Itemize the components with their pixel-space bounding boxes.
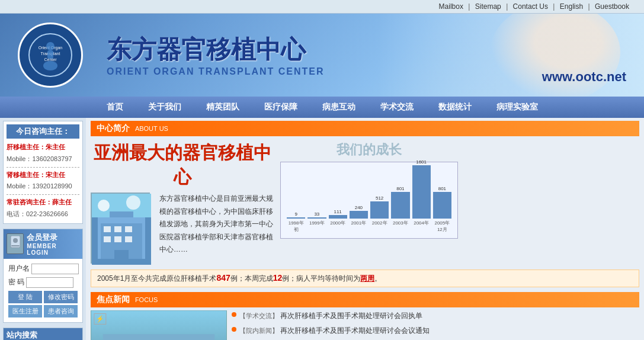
contact-link[interactable]: Contact Us [513,2,548,11]
chart-area: 我们的成长 9 33 111 240 512 801 1601 801 1998… [280,141,458,264]
nav-stats[interactable]: 数据统计 [427,98,483,116]
svg-point-10 [13,238,18,243]
regular-consultant: 常驻咨询主任：薛主任 电话：022-23626666 [7,197,79,220]
bar-year-label: 2003年 [391,220,409,233]
chart-title: 我们的成长 [280,141,458,159]
search-title: 站内搜索 [4,328,82,340]
bar-year-label: 2004年 [412,220,431,233]
username-input[interactable] [31,264,79,274]
intro-text: 东方器官移植中心是目前亚洲最大规模的器官移植中心，为中国临床肝移植发源地，其前身… [159,193,274,256]
site-url: www.ootc.net [542,69,626,85]
svg-rect-20 [125,226,132,232]
about-header: 中心简介 ABOUT US [91,121,639,136]
chart-container: 9 33 111 240 512 801 1601 801 1998年初1999… [280,162,458,239]
logo: Orient Organ Transplant Center [18,23,83,88]
svg-rect-8 [47,50,53,59]
news-bullet-icon [232,312,236,317]
modify-password-button[interactable]: 修改密码 [44,291,78,303]
svg-rect-24 [114,250,129,265]
divider-2 [7,194,79,195]
svg-rect-11 [11,245,20,246]
nav-team[interactable]: 精英团队 [194,98,251,116]
sitemap-link[interactable]: Sitemap [475,2,501,11]
bar-year-label: 1999年 [307,220,326,233]
news-list: 【学术交流】 再次肝移植手术及围手术期处理研讨会回执单 【院内新闻】 再次肝移植… [232,310,639,340]
news-photo: ⚡ [91,310,227,340]
svg-rect-22 [114,236,121,242]
bar-year-label: 2005年12月 [433,220,451,233]
bar [412,165,431,219]
intro-text-block: 东方器官移植中心是目前亚洲最大规模的器官移植中心，为中国临床肝移植发源地，其前身… [159,193,274,264]
bar-year-label: 2000年 [329,220,347,233]
header-title: 东方器官移植中心 ORIENT ORGAN TRANSPLANT CENTER [95,33,325,77]
consultant-section: 今日咨询主任： 肝移植主任：朱主任 Mobile：13602083797 肾移植… [3,121,83,224]
search-section: 站内搜索 [3,328,83,340]
news-item-text[interactable]: 【学术交流】 再次肝移植手术及围手术期处理研讨会回执单 [239,310,422,321]
bar-value: 801 [396,186,404,191]
chart-bar-group: 512 [370,195,389,219]
login-buttons: 登 陆 修改密码 [8,291,78,303]
main-content: 今日咨询主任： 肝移植主任：朱主任 Mobile：13602083797 肾移植… [0,118,644,340]
bar-year-label: 2002年 [370,220,389,233]
news-item: 【学术交流】 再次肝移植手术及围手术期处理研讨会回执单 [232,310,639,321]
news-item-text[interactable]: 【院内新闻】 再次肝移植手术及围手术期处理研讨会会议通知 [239,325,430,336]
doctor-register-button[interactable]: 医生注册 [8,305,42,317]
login-header: 会员登录 MEMBER LOGIN [4,229,82,259]
svg-rect-18 [104,226,111,232]
bar [287,217,305,219]
svg-point-7 [46,42,55,50]
consultant-title: 今日咨询主任： [7,124,79,139]
chart-bar-group: 1601 [412,159,431,219]
bar-value: 801 [438,186,446,191]
nav-medical[interactable]: 医疗保障 [252,98,309,116]
big-title: 亚洲最大的器官移植中心 [91,141,274,190]
news-header: 焦点新闻 FOCUS [91,292,639,307]
mailbox-link[interactable]: Mailbox [439,2,463,11]
site-title-zh: 东方器官移植中心 [107,33,325,66]
chart-bar-group: 801 [433,186,451,219]
login-extra-buttons: 医生注册 患者咨询 [8,305,78,317]
header: Orient Organ Transplant Center 东方器官移植中心 … [0,14,644,97]
svg-rect-28 [110,211,133,217]
patient-consult-button[interactable]: 患者咨询 [44,305,78,317]
nav-pathology[interactable]: 病理实验室 [485,98,550,116]
site-title-en: ORIENT ORGAN TRANSPLANT CENTER [107,66,325,77]
nav-home[interactable]: 首页 [95,98,135,116]
top-bar: Mailbox | Sitemap | Contact Us | English… [0,0,644,14]
bar [307,217,326,219]
intro-left: 亚洲最大的器官移植中心 [91,141,274,264]
bar [391,192,409,219]
bar-year-label: 1998年初 [287,220,305,233]
news-item: 【院内新闻】 再次肝移植手术及围手术期处理研讨会会议通知 [232,325,639,336]
login-text: 会员登录 MEMBER LOGIN [27,232,79,256]
svg-text:⚡: ⚡ [96,315,104,323]
stats-line: 2005年1月至今共完成原位肝移植手术847例；本周完成12例；病人平均等待时间… [91,270,639,287]
nav-about[interactable]: 关于我们 [136,98,193,116]
chart-bar-group: 240 [350,205,368,219]
svg-point-26 [98,200,110,211]
chart-bar-group: 801 [391,186,409,219]
intro-photo-text: 东方器官移植中心是目前亚洲最大规模的器官移植中心，为中国临床肝移植发源地，其前身… [91,193,274,264]
bar-value: 240 [355,205,363,210]
svg-point-27 [126,195,140,210]
guestbook-link[interactable]: Guestbook [595,2,629,11]
svg-rect-23 [125,236,132,242]
bar [433,192,451,219]
nav-patient[interactable]: 病患互动 [310,98,367,116]
bar-value: 111 [334,209,341,214]
center-photo [91,193,150,264]
bar [350,211,368,219]
svg-rect-19 [114,226,121,232]
english-link[interactable]: English [560,2,583,11]
news-bullet-icon [232,327,236,332]
bar-value: 1601 [416,159,427,165]
bar-value: 512 [376,195,383,201]
intro-area: 亚洲最大的器官移植中心 [91,141,639,264]
password-input[interactable] [26,277,73,288]
nav-academic[interactable]: 学术交流 [369,98,425,116]
chart-bar-group: 111 [329,209,347,219]
login-button[interactable]: 登 陆 [8,291,42,303]
divider-1 [7,167,79,168]
center-content: 中心简介 ABOUT US 亚洲最大的器官移植中心 [86,118,644,340]
svg-rect-31 [103,334,214,340]
